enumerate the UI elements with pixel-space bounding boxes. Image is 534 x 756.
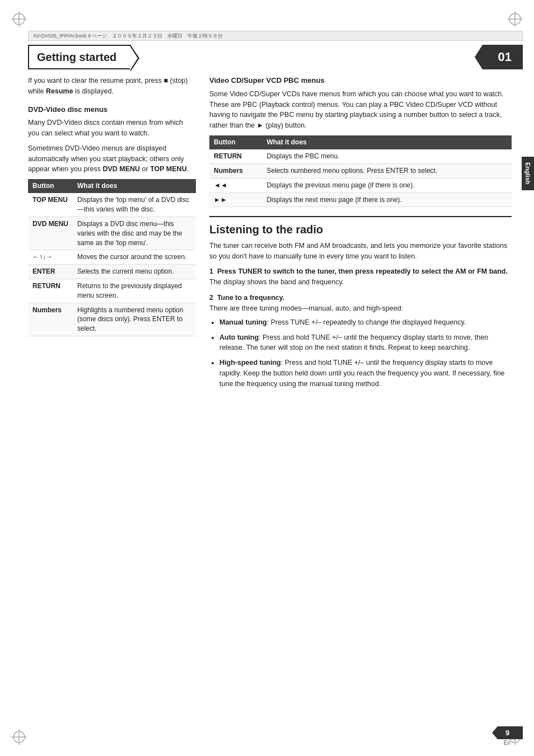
vcd-table: Button What it does RETURNDisplays the P… xyxy=(209,135,512,208)
resume-text: If you want to clear the resume point, p… xyxy=(28,77,188,95)
step2-bold-text: Tune to a frequency. xyxy=(217,294,284,302)
reg-mark-bl xyxy=(11,729,27,745)
listening-section: Listening to the radio The tuner can rec… xyxy=(209,223,512,389)
desc-cell: Selects numbered menu options. Press ENT… xyxy=(262,164,512,179)
table-row: ◄◄Displays the previous menu page (if th… xyxy=(209,178,512,192)
table-row: NumbersSelects numbered menu options. Pr… xyxy=(209,164,512,179)
step1-extra: The display shows the band and frequency… xyxy=(209,277,512,288)
right-column: Video CD/Super VCD PBC menus Some Video … xyxy=(209,76,512,711)
button-cell: ►► xyxy=(209,192,262,207)
step2-extra: There are three tuning modes—manual, aut… xyxy=(209,303,512,314)
vcd-table-col2: What it does xyxy=(262,135,512,149)
side-tab-label: English xyxy=(524,162,531,185)
table-row: ←↑↓→Moves the cursor around the screen. xyxy=(28,250,196,265)
step1-label: 1 xyxy=(209,267,213,275)
dvd-table: Button What it does TOP MENUDisplays the… xyxy=(28,179,196,336)
chapter-header: Getting started 01 xyxy=(28,45,523,69)
side-language-tab: English xyxy=(522,157,534,190)
table-row: ►►Displays the next menu page (if there … xyxy=(209,192,512,207)
header-meta-text: XV-DV535_IPPAN.book 9 ページ ２００５年２月２３日 水曜日… xyxy=(33,32,223,40)
resume-section: If you want to clear the resume point, p… xyxy=(28,76,196,97)
step1-bold-text: Press TUNER to switch to the tuner, then… xyxy=(217,267,508,275)
vcd-intro: Some Video CD/Super VCDs have menus from… xyxy=(209,89,512,131)
list-item: High-speed tuning: Press and hold TUNE +… xyxy=(219,358,512,389)
desc-cell: Displays the PBC menu. xyxy=(262,149,512,163)
reg-mark-tr xyxy=(507,11,523,27)
step-2: 2 Tune to a frequency. There are three t… xyxy=(209,293,512,389)
vcd-heading: Video CD/Super VCD PBC menus xyxy=(209,76,512,86)
table-row: DVD MENUDisplays a DVD disc menu—this va… xyxy=(28,217,196,250)
dvd-table-col2: What it does xyxy=(73,179,196,193)
content-area: If you want to clear the resume point, p… xyxy=(28,76,512,711)
left-column: If you want to clear the resume point, p… xyxy=(28,76,196,711)
listening-heading: Listening to the radio xyxy=(209,223,512,236)
dvd-video-intro2: Sometimes DVD-Video menus are displayed … xyxy=(28,143,196,175)
step2-text: 2 Tune to a frequency. xyxy=(209,293,512,303)
dvd-video-section: DVD-Video disc menus Many DVD-Video disc… xyxy=(28,105,196,337)
desc-cell: Displays the 'top menu' of a DVD disc—th… xyxy=(73,193,196,217)
button-cell: RETURN xyxy=(209,149,262,163)
desc-cell: Moves the cursor around the screen. xyxy=(73,250,196,265)
table-row: RETURNDisplays the PBC menu. xyxy=(209,149,512,163)
button-cell: DVD MENU xyxy=(28,217,73,250)
desc-cell: Displays the next menu page (if there is… xyxy=(262,192,512,207)
button-cell: ENTER xyxy=(28,265,73,279)
button-cell: ←↑↓→ xyxy=(28,250,73,265)
reg-mark-tl xyxy=(11,11,27,27)
listening-intro: The tuner can receive both FM and AM bro… xyxy=(209,241,512,262)
dvd-video-intro1: Many DVD-Video discs contain menus from … xyxy=(28,118,196,139)
button-cell: TOP MENU xyxy=(28,193,73,217)
vcd-section: Video CD/Super VCD PBC menus Some Video … xyxy=(209,76,512,207)
button-cell: RETURN xyxy=(28,279,73,303)
table-row: RETURNReturns to the previously displaye… xyxy=(28,279,196,303)
vcd-table-col1: Button xyxy=(209,135,262,149)
chapter-title: Getting started xyxy=(37,51,116,64)
list-item: Manual tuning: Press TUNE +/– repeatedly… xyxy=(219,317,512,328)
page-en-label: En xyxy=(504,740,510,746)
desc-cell: Highlights a numbered menu option (some … xyxy=(73,303,196,336)
dvd-video-heading: DVD-Video disc menus xyxy=(28,105,196,115)
chapter-number: 01 xyxy=(498,50,512,64)
step1-text: 1 Press TUNER to switch to the tuner, th… xyxy=(209,266,512,277)
header-meta-bar: XV-DV535_IPPAN.book 9 ページ ２００５年２月２３日 水曜日… xyxy=(28,31,523,41)
page-number-box: 9 xyxy=(492,726,523,739)
button-cell: Numbers xyxy=(28,303,73,336)
desc-cell: Displays a DVD disc menu—this varies wit… xyxy=(73,217,196,250)
table-row: NumbersHighlights a numbered menu option… xyxy=(28,303,196,336)
button-cell: ◄◄ xyxy=(209,178,262,192)
desc-cell: Returns to the previously displayed menu… xyxy=(73,279,196,303)
button-cell: Numbers xyxy=(209,164,262,179)
table-row: ENTERSelects the current menu option. xyxy=(28,265,196,279)
step2-label: 2 xyxy=(209,294,213,302)
list-item: Auto tuning: Press and hold TUNE +/– unt… xyxy=(219,332,512,354)
dvd-table-col1: Button xyxy=(28,179,73,193)
desc-cell: Displays the previous menu page (if ther… xyxy=(262,178,512,192)
page-number: 9 xyxy=(505,729,509,737)
step-1: 1 Press TUNER to switch to the tuner, th… xyxy=(209,266,512,288)
table-row: TOP MENUDisplays the 'top menu' of a DVD… xyxy=(28,193,196,217)
tuning-bullet-list: Manual tuning: Press TUNE +/– repeatedly… xyxy=(209,317,512,389)
desc-cell: Selects the current menu option. xyxy=(73,265,196,279)
section-divider xyxy=(209,216,512,217)
